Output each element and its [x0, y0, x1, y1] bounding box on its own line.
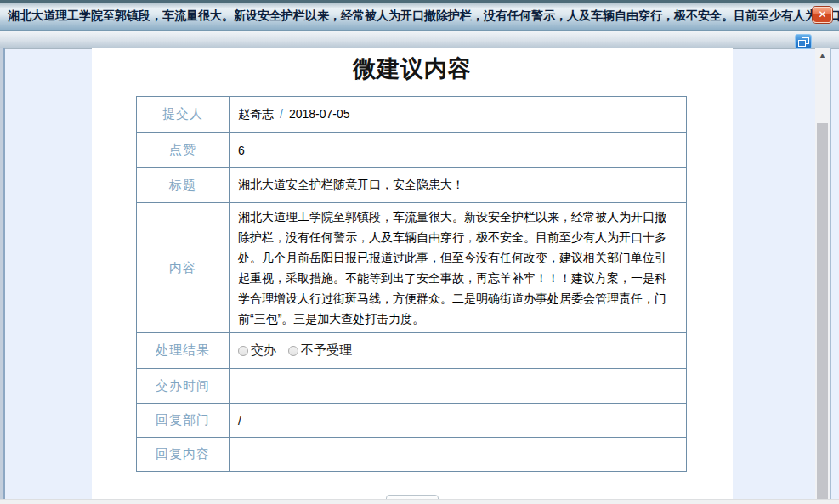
table-row-title: 标题 湘北大道安全护栏随意开口，安全隐患大！ — [137, 168, 687, 203]
title-value: 湘北大道安全护栏随意开口，安全隐患大！ — [230, 168, 687, 203]
close-icon[interactable]: ✕ — [813, 7, 832, 23]
dialog-window: 湘北大道理工学院至郭镇段，车流量很大。新设安全护栏以来，经常被人为开口撤除护栏，… — [0, 0, 839, 504]
vertical-scrollbar[interactable]: ▲ — [815, 48, 830, 500]
suggestion-detail-table: 提交人 赵奇志/2018-07-05 点赞 6 标题 湘北大道安全护栏随意开口，… — [136, 96, 687, 472]
submitter-separator: / — [274, 107, 289, 121]
radio-option-label: 交办 — [251, 343, 276, 359]
table-row-result: 处理结果 交办 不予受理 — [137, 333, 687, 369]
radio-option-reject[interactable]: 不予受理 — [288, 343, 352, 359]
submitter-value: 赵奇志/2018-07-05 — [230, 97, 687, 133]
radio-option-label: 不予受理 — [301, 343, 352, 359]
table-row-reply-dept: 回复部门 / — [137, 404, 687, 438]
reply-dept-value: / — [230, 404, 687, 438]
right-frame-line — [830, 48, 831, 500]
toolbar-strip — [0, 31, 839, 49]
dialog-title-text: 湘北大道理工学院至郭镇段，车流量很大。新设安全护栏以来，经常被人为开口撤除护栏，… — [0, 8, 839, 24]
radio-icon[interactable] — [238, 346, 248, 356]
assign-time-label: 交办时间 — [137, 369, 230, 404]
submit-date: 2018-07-05 — [289, 107, 350, 121]
restore-window-button[interactable] — [795, 34, 812, 49]
table-row-submitter: 提交人 赵奇志/2018-07-05 — [137, 97, 687, 133]
submitter-name: 赵奇志 — [238, 107, 274, 121]
likes-value: 6 — [230, 133, 687, 168]
scroll-up-icon[interactable]: ▲ — [815, 48, 830, 62]
left-frame-edge — [0, 48, 5, 504]
content-value: 湘北大道理工学院至郭镇段，车流量很大。新设安全护栏以来，经常被人为开口撤除护栏，… — [230, 203, 687, 333]
result-radio-group: 交办 不予受理 — [238, 343, 677, 359]
reply-content-label: 回复内容 — [137, 438, 230, 472]
table-row-reply-content: 回复内容 — [137, 438, 687, 472]
assign-time-value — [230, 369, 687, 404]
content-label: 内容 — [137, 203, 230, 333]
submitter-label: 提交人 — [137, 97, 230, 133]
page-title: 微建议内容 — [92, 54, 733, 84]
restore-icon — [796, 35, 811, 48]
reply-dept-label: 回复部门 — [137, 404, 230, 438]
dialog-titlebar: 湘北大道理工学院至郭镇段，车流量很大。新设安全护栏以来，经常被人为开口撤除护栏，… — [0, 0, 839, 31]
bottom-strip — [0, 499, 839, 504]
likes-label: 点赞 — [137, 133, 230, 168]
radio-icon[interactable] — [288, 346, 298, 356]
scrollbar-thumb[interactable] — [817, 123, 828, 500]
result-label: 处理结果 — [137, 333, 230, 369]
table-row-content: 内容 湘北大道理工学院至郭镇段，车流量很大。新设安全护栏以来，经常被人为开口撤除… — [137, 203, 687, 333]
reply-content-value — [230, 438, 687, 472]
title-label: 标题 — [137, 168, 230, 203]
content-panel: 微建议内容 提交人 赵奇志/2018-07-05 点赞 6 标题 湘北大道安全护… — [92, 48, 733, 500]
table-row-assign-time: 交办时间 — [137, 369, 687, 404]
table-row-likes: 点赞 6 — [137, 133, 687, 168]
radio-option-assign[interactable]: 交办 — [238, 343, 276, 359]
